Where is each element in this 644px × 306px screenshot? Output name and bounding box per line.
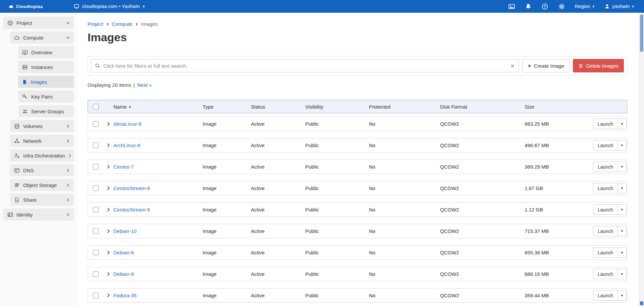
sidebar-item-project[interactable]: Project [3, 17, 74, 29]
brand-text: Cloudtopiaa [16, 4, 43, 9]
help-icon[interactable]: ? [542, 3, 548, 10]
launch-dropdown-toggle[interactable]: ▾ [618, 226, 627, 236]
search-input[interactable] [103, 63, 507, 69]
launch-button[interactable]: Launch [593, 247, 618, 258]
table-row: Centos-7 Image Active Public No QCOW2 38… [88, 160, 627, 174]
next-page-link[interactable]: Next » [137, 82, 152, 88]
launch-button[interactable]: Launch [593, 269, 618, 279]
image-name-link[interactable]: AlmaLinux-8 [113, 121, 203, 127]
row-checkbox[interactable] [93, 207, 99, 212]
launch-button[interactable]: Launch [593, 162, 618, 172]
row-expander-icon[interactable] [103, 229, 113, 233]
launch-button[interactable]: Launch [593, 183, 618, 193]
row-expander-icon[interactable] [103, 165, 113, 169]
launch-button[interactable]: Launch [593, 119, 618, 129]
vertical-scrollbar[interactable] [639, 13, 644, 306]
row-checkbox[interactable] [93, 185, 99, 191]
scrollbar-thumb[interactable] [640, 14, 643, 52]
image-name-link[interactable]: Centos-7 [113, 164, 203, 170]
protected-cell: No [369, 207, 440, 212]
disk-format-cell: QCOW2 [440, 142, 525, 148]
main-content: Project › Compute › Images Images × + Cr… [77, 13, 644, 306]
select-all-checkbox[interactable] [93, 104, 99, 110]
image-name-link[interactable]: Debian-8 [113, 250, 203, 255]
create-image-button[interactable]: + Create Image [522, 59, 570, 72]
launch-dropdown-toggle[interactable]: ▾ [618, 204, 627, 215]
launch-split-button: Launch ▾ [593, 119, 627, 129]
image-name-link[interactable]: Debian-9 [113, 271, 203, 277]
disk-format-cell: QCOW2 [440, 164, 525, 170]
sidebar-item-share[interactable]: Share [10, 194, 74, 206]
row-checkbox[interactable] [93, 142, 99, 148]
user-menu[interactable]: yashwin ▾ [604, 4, 634, 9]
launch-dropdown-toggle[interactable]: ▾ [618, 290, 627, 301]
row-expander-icon[interactable] [103, 293, 113, 298]
protected-cell: No [369, 121, 440, 127]
launch-split-button: Launch ▾ [593, 290, 627, 301]
launch-button[interactable]: Launch [593, 140, 618, 150]
pagination: Displaying 20 items | Next » [88, 82, 627, 88]
region-dropdown[interactable]: Region ▾ [575, 4, 594, 9]
row-checkbox[interactable] [93, 121, 99, 127]
delete-images-label: Delete Images [586, 63, 619, 69]
launch-button[interactable]: Launch [593, 226, 618, 236]
image-name-link[interactable]: Debian-10 [113, 228, 203, 234]
row-checkbox[interactable] [93, 271, 99, 277]
column-header-status: Status [251, 104, 305, 110]
brand-logo[interactable]: Cloudtopiaa [9, 4, 43, 9]
sidebar-item-label: Identity [16, 212, 33, 218]
breadcrumb-project[interactable]: Project [88, 21, 103, 27]
image-name-link[interactable]: CentosStream-9 [113, 207, 203, 212]
image-name-link[interactable]: CentosStream-8 [113, 185, 203, 191]
launch-dropdown-toggle[interactable]: ▾ [618, 269, 627, 279]
launch-dropdown-toggle[interactable]: ▾ [618, 183, 627, 193]
column-header-name[interactable]: Name ▲ [113, 104, 203, 110]
clear-search-icon[interactable]: × [510, 63, 515, 69]
sidebar-item-overview[interactable]: Overview [18, 46, 74, 58]
sidebar-item-volumes[interactable]: Volumes [10, 120, 74, 132]
row-expander-icon[interactable] [103, 207, 113, 212]
type-cell: Image [203, 250, 251, 255]
sidebar-item-key-pairs[interactable]: Key Pairs [18, 90, 74, 103]
launch-split-button: Launch ▾ [593, 269, 627, 279]
settings-gear-icon[interactable] [558, 3, 565, 10]
type-cell: Image [203, 121, 251, 127]
launch-dropdown-toggle[interactable]: ▾ [618, 140, 627, 150]
sidebar-item-identity[interactable]: Identity [3, 208, 74, 221]
sidebar-item-instances[interactable]: Instances [18, 61, 74, 73]
row-checkbox[interactable] [93, 164, 99, 170]
launch-dropdown-toggle[interactable]: ▾ [618, 119, 627, 129]
sidebar-item-infra-orchestration[interactable]: Infra Orchestration [10, 149, 74, 162]
sidebar-item-server-groups[interactable]: Server Groups [18, 105, 74, 117]
row-expander-icon[interactable] [103, 122, 113, 126]
sidebar-item-images[interactable]: Images [18, 76, 74, 88]
sidebar-item-label: Volumes [23, 123, 43, 129]
row-checkbox[interactable] [93, 228, 99, 234]
row-expander-icon[interactable] [103, 143, 113, 147]
visibility-cell: Public [305, 142, 369, 148]
row-expander-icon[interactable] [103, 250, 113, 255]
launch-dropdown-toggle[interactable]: ▾ [618, 162, 627, 172]
launch-dropdown-toggle[interactable]: ▾ [618, 247, 627, 258]
row-expander-icon[interactable] [103, 186, 113, 190]
domain-context-label: cloudtopiaa.com • Yashwin [82, 4, 140, 9]
sidebar-item-network[interactable]: Network [10, 135, 74, 147]
launch-button[interactable]: Launch [593, 290, 618, 301]
sidebar-item-dns[interactable]: DNS [10, 164, 74, 176]
domain-switcher[interactable]: cloudtopiaa.com • Yashwin ▾ [74, 4, 145, 9]
row-expander-icon[interactable] [103, 272, 113, 276]
row-checkbox[interactable] [93, 293, 99, 298]
image-name-link[interactable]: Fedora-35 [113, 293, 203, 298]
sidebar-item-compute[interactable]: Compute [10, 32, 74, 44]
row-checkbox[interactable] [93, 250, 99, 255]
gallery-icon[interactable] [508, 3, 515, 10]
sidebar-item-object-storage[interactable]: Object Storage [10, 179, 74, 191]
launch-button[interactable]: Launch [593, 204, 618, 215]
image-name-link[interactable]: ArchLinux-8 [113, 142, 203, 148]
size-cell: 715.37 MB [525, 228, 593, 234]
delete-images-button[interactable]: Delete Images [573, 59, 624, 72]
notifications-icon[interactable] [525, 3, 531, 9]
column-header-protected: Protected [369, 104, 440, 110]
breadcrumb-compute[interactable]: Compute [112, 21, 132, 27]
chevron-right-icon [66, 183, 70, 187]
